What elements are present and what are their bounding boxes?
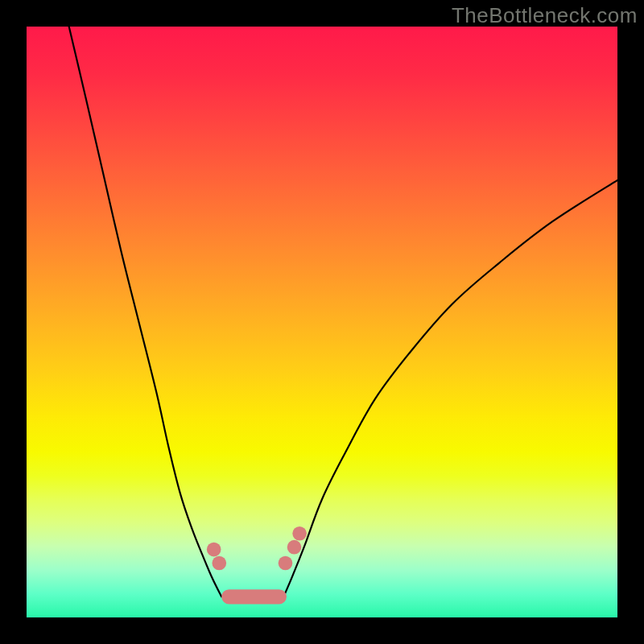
- watermark-text: TheBottleneck.com: [452, 3, 638, 28]
- curve-right-branch: [283, 180, 617, 597]
- marker-dot: [212, 556, 226, 571]
- bottleneck-curve: [27, 27, 617, 617]
- marker-dot: [292, 526, 307, 541]
- chart-frame: TheBottleneck.com: [0, 0, 644, 644]
- marker-dot: [207, 543, 221, 557]
- marker-dot: [279, 556, 293, 571]
- valley-segment: [221, 589, 287, 604]
- marker-dot: [287, 540, 302, 555]
- curve-left-branch: [62, 27, 221, 597]
